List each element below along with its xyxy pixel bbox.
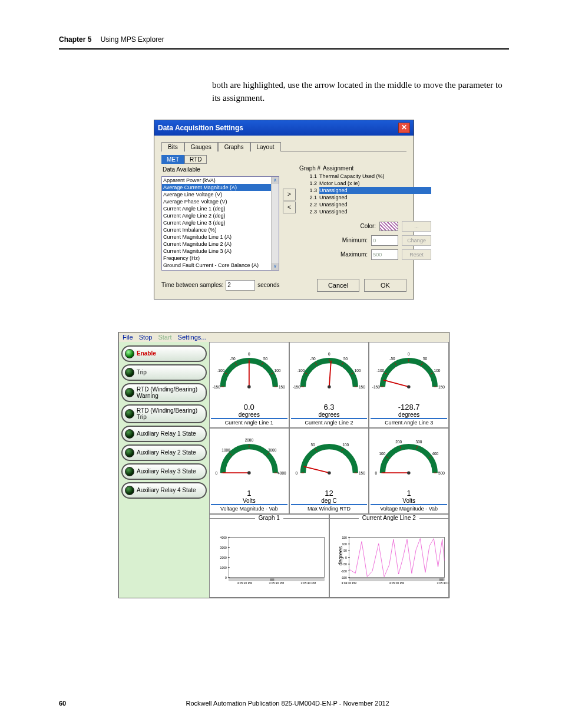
gauge-cell: 050100150 12 deg C Max Winding RTD	[289, 428, 369, 514]
svg-text:0: 0	[408, 352, 410, 356]
transfer-buttons: > <	[283, 165, 296, 213]
available-item[interactable]: Current Magnitude Line 2 (A)	[162, 241, 279, 248]
available-item[interactable]: Current Angle Line 3 (deg)	[162, 219, 279, 226]
data-acquisition-dialog: Data Acquisition Settings ✕ Bits Gauges …	[154, 120, 414, 299]
reset-button[interactable]: Reset	[402, 249, 431, 260]
menu-stop[interactable]: Stop	[139, 334, 153, 341]
bit-indicator[interactable]: Auxiliary Relay 1 State	[121, 426, 207, 442]
tab-graphs[interactable]: Graphs	[218, 142, 250, 151]
available-listbox[interactable]: Apparent Power (kVA)Average Current Magn…	[161, 176, 279, 271]
min-label: Minimum:	[342, 237, 368, 243]
assignment-row[interactable]: 2.1Unassigned	[299, 194, 431, 201]
gauge-unit: degrees	[211, 411, 287, 418]
svg-point-69	[328, 471, 331, 475]
led-icon	[125, 429, 134, 439]
svg-rect-119	[439, 578, 443, 581]
assignment-value: Unassigned	[319, 208, 431, 215]
svg-text:-150: -150	[340, 575, 346, 579]
graph1-title: Graph 1	[255, 515, 283, 521]
led-icon	[125, 448, 134, 457]
max-input[interactable]	[371, 249, 398, 260]
available-item[interactable]: Average Phase Voltage (V)	[162, 198, 279, 205]
assignment-row[interactable]: 2.2Unassigned	[299, 201, 431, 208]
available-item[interactable]: Current Magnitude Line 1 (A)	[162, 233, 279, 241]
bit-indicator[interactable]: Auxiliary Relay 4 State	[121, 482, 207, 499]
svg-text:300: 300	[416, 440, 422, 444]
available-item[interactable]: Apparent Power (kVA)	[162, 177, 279, 184]
svg-text:100: 100	[342, 442, 349, 446]
svg-point-31	[328, 385, 331, 388]
svg-rect-99	[270, 578, 274, 581]
change-button[interactable]: Change	[402, 235, 431, 246]
menu-start[interactable]: Start	[158, 334, 171, 341]
gauge-dial: -150-100-50050100150	[371, 344, 447, 403]
available-item[interactable]: Current Magnitude Line 3 (A)	[162, 248, 279, 255]
svg-text:0: 0	[328, 352, 330, 356]
time-input[interactable]	[226, 280, 255, 291]
svg-text:4000: 4000	[220, 535, 227, 539]
svg-text:500: 500	[438, 470, 445, 475]
subtab-rtd[interactable]: RTD	[184, 155, 207, 164]
move-right-button[interactable]: >	[283, 189, 296, 200]
subtab-strip: MET RTD	[161, 155, 406, 164]
scroll-up-icon[interactable]: ∧	[272, 177, 279, 184]
ok-button[interactable]: OK	[364, 279, 406, 292]
scroll-down-icon[interactable]: ∨	[272, 263, 279, 270]
assignment-list[interactable]: 1.1Thermal Capacity Used (%)1.2Motor Loa…	[299, 173, 431, 215]
tab-bits[interactable]: Bits	[161, 142, 184, 151]
assignment-row[interactable]: 1.2Motor Load (x Ie)	[299, 180, 431, 187]
available-item[interactable]: Average Line Voltage (V)	[162, 191, 279, 198]
cancel-button[interactable]: Cancel	[317, 279, 359, 292]
bit-indicator[interactable]: RTD (Winding/Bearing) Warning	[121, 383, 207, 402]
close-button[interactable]: ✕	[398, 123, 410, 133]
svg-line-46	[384, 380, 409, 387]
bit-label: Auxiliary Relay 3 State	[137, 468, 196, 475]
time-unit: seconds	[257, 282, 279, 288]
available-item[interactable]: Ground Fault Current - Core Balance Angl…	[162, 269, 279, 271]
subtab-met[interactable]: MET	[161, 155, 184, 164]
gauge-value: -128.7	[371, 403, 447, 411]
bit-indicator[interactable]: Enable	[121, 345, 207, 362]
color-pick-button[interactable]: ...	[402, 221, 431, 232]
menu-settings[interactable]: Settings...	[178, 334, 207, 341]
svg-text:100: 100	[342, 542, 347, 545]
led-icon	[125, 349, 134, 358]
listbox-scrollbar[interactable]: ∧ ∨	[271, 177, 279, 270]
assignment-row[interactable]: 1.3Unassigned	[299, 187, 431, 194]
available-item[interactable]: Average Current Magnitude (A)	[162, 184, 279, 191]
svg-text:0: 0	[225, 575, 227, 579]
gauge-cell: 0100200300400500 1 Volts Voltage Magnitu…	[369, 428, 449, 514]
bit-indicator[interactable]: RTD (Winding/Bearing) Trip	[121, 404, 207, 423]
available-item[interactable]: Current Imbalance (%)	[162, 226, 279, 233]
close-icon: ✕	[401, 123, 407, 131]
assignment-row[interactable]: 2.3Unassigned	[299, 208, 431, 215]
max-label: Maximum:	[340, 251, 368, 258]
svg-text:3:05:40 PM: 3:05:40 PM	[300, 581, 316, 585]
svg-text:150: 150	[359, 384, 365, 388]
available-item[interactable]: Current Angle Line 1 (deg)	[162, 205, 279, 212]
svg-text:-100: -100	[340, 569, 346, 572]
bit-indicator[interactable]: Auxiliary Relay 2 State	[121, 444, 207, 461]
bit-indicator[interactable]: Auxiliary Relay 3 State	[121, 463, 207, 480]
graph-2: Current Angle Line 2 degrees 150100500-5…	[329, 514, 449, 598]
svg-text:2000: 2000	[220, 555, 227, 559]
available-item[interactable]: Current Angle Line 2 (deg)	[162, 212, 279, 219]
tab-layout[interactable]: Layout	[250, 142, 281, 151]
min-input[interactable]	[371, 235, 398, 246]
led-icon	[125, 409, 134, 419]
bit-sidebar: EnableTripRTD (Winding/Bearing) WarningR…	[119, 342, 209, 598]
move-left-button[interactable]: <	[283, 202, 296, 213]
svg-text:50: 50	[343, 356, 348, 360]
color-swatch[interactable]	[379, 222, 398, 231]
bit-indicator[interactable]: Trip	[121, 364, 207, 381]
gauge-title: Voltage Magnitude - Vab	[211, 504, 287, 512]
tab-gauges[interactable]: Gauges	[184, 142, 218, 151]
assignment-row[interactable]: 1.1Thermal Capacity Used (%)	[299, 173, 431, 180]
svg-point-59	[247, 471, 251, 475]
menu-file[interactable]: File	[123, 334, 133, 341]
svg-text:0: 0	[375, 470, 378, 475]
available-item[interactable]: Ground Fault Current - Core Balance (A)	[162, 262, 279, 269]
assignment-value: Unassigned	[319, 201, 431, 208]
led-icon	[125, 368, 134, 377]
available-item[interactable]: Frequency (Hz)	[162, 255, 279, 262]
